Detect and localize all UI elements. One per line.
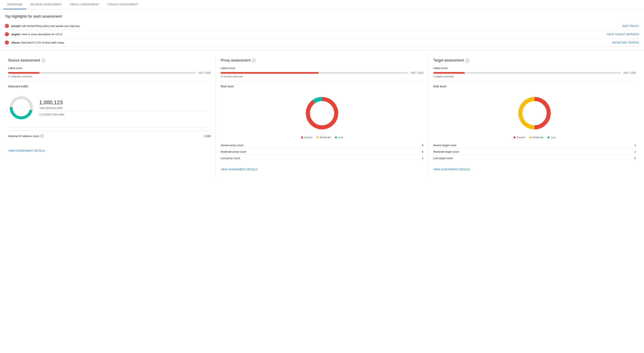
- target-card-title: Target assessment i: [433, 58, 636, 62]
- alert-row-abuse: ! Abuse: Detected 47.11% of total traffi…: [5, 38, 639, 47]
- proxy-legend-moderate: Moderate: [316, 136, 331, 139]
- target-low-dot: [548, 136, 550, 138]
- target-score-bar-container: 200 / 1200: [433, 71, 636, 74]
- proxy-assessment-card: Proxy assessment i Latest score 625 / 12…: [216, 54, 428, 176]
- proxy-stat-moderate: Moderate proxy count 0: [220, 148, 423, 155]
- target-stat-low: Low target count 0: [433, 155, 636, 161]
- target-score-bar-fill: [433, 72, 465, 74]
- alert-row-target: ! target1: Here is some description for …: [5, 30, 639, 38]
- proxy-moderate-dot: [316, 136, 318, 138]
- target-legend: Severe Moderate Low: [514, 136, 556, 139]
- target-stat-moderate: Moderate target count 1: [433, 148, 636, 155]
- target-risk-stats: Severe target count 1 Moderate target co…: [433, 142, 636, 161]
- source-score-subtext: 2 categories assessed: [8, 75, 211, 78]
- source-score-value: 200 / 1200: [198, 71, 211, 74]
- proxy-score-bar-fill: [220, 72, 318, 74]
- target-donut: [514, 93, 555, 134]
- proxy-score-subtext: 10 proxies assessed: [220, 75, 423, 78]
- source-view-details-link[interactable]: VIEW ASSESSMENT DETAILS: [8, 146, 211, 152]
- alert-icon-abuse: !: [5, 40, 9, 44]
- source-ip-label: Detected IP address count i: [8, 134, 44, 138]
- detected-traffic-link[interactable]: DETECTED TRAFFIC: [612, 41, 639, 44]
- proxy-score-bar-container: 625 / 1200: [220, 71, 423, 74]
- highlights-title: Top highlights for each assessment: [5, 14, 639, 18]
- source-traffic-section: 1,000,123 Total detected traffic 2,123,0…: [8, 91, 211, 124]
- source-score-label: Latest score: [8, 66, 211, 70]
- tab-target-assessment[interactable]: TARGET ASSESSMENT: [104, 0, 142, 9]
- source-donut: [8, 94, 34, 121]
- proxy-score-bar: [220, 72, 408, 74]
- target-risk-section: Severe Moderate Low Severe target count …: [433, 91, 636, 164]
- source-ip-count-row: Detected IP address count i 1,000: [8, 131, 211, 140]
- source-ip-value: 1,000: [204, 134, 211, 138]
- tab-overview[interactable]: OVERVIEW: [3, 0, 26, 9]
- edit-proxy-link[interactable]: EDIT PROXY: [622, 24, 639, 28]
- alert-text-proxy: proxy2: Add VerifyAPIKey policy and upda…: [11, 24, 80, 28]
- target-risk-title: Risk level: [433, 84, 636, 88]
- target-legend-moderate: Moderate: [529, 136, 544, 139]
- source-ip-info-icon[interactable]: i: [40, 134, 44, 138]
- proxy-risk-section: Severe Moderate Low Severe proxy count 9: [220, 91, 423, 164]
- target-legend-low: Low: [548, 136, 556, 139]
- source-score-bar: [8, 72, 196, 74]
- target-score-bar: [433, 72, 621, 74]
- source-traffic-count: 1,000,123: [39, 100, 211, 106]
- proxy-risk-stats: Severe proxy count 9 Moderate proxy coun…: [220, 142, 423, 161]
- view-target-servers-link[interactable]: VIEW TARGET SERVERS: [607, 33, 639, 36]
- source-score-bar-fill: [8, 72, 40, 74]
- alert-text-target: target1: Here is some description for mT…: [11, 33, 62, 36]
- tab-source-assessment[interactable]: SOURCE ASSESSMENT: [26, 0, 66, 9]
- proxy-legend-low: Low: [335, 136, 343, 139]
- alert-icon-target: !: [5, 32, 9, 36]
- proxy-view-details-link[interactable]: VIEW ASSESSMENT DETAILS: [220, 164, 423, 171]
- proxy-severe-dot: [301, 136, 303, 138]
- source-traffic-title: Detected traffic: [8, 84, 211, 88]
- source-traffic-info: 1,000,123 Total detected traffic 2,123,0…: [39, 100, 211, 116]
- proxy-stat-low: Low proxy count 1: [220, 155, 423, 161]
- proxy-risk-title: Risk level: [220, 84, 423, 88]
- proxy-legend-severe: Severe: [301, 136, 312, 139]
- source-traffic-desc: Total detected traffic: [39, 106, 211, 110]
- proxy-info-icon[interactable]: i: [252, 59, 256, 62]
- target-moderate-dot: [529, 136, 531, 138]
- source-score-bar-container: 200 / 1200: [8, 71, 211, 74]
- proxy-score-value: 625 / 1200: [411, 71, 423, 74]
- target-assessment-card: Target assessment i Latest score 200 / 1…: [428, 54, 641, 176]
- source-traffic-total: 2,123,000 Total traffic: [39, 111, 211, 116]
- proxy-low-dot: [335, 136, 337, 138]
- target-score-label: Latest score: [433, 66, 636, 70]
- alert-icon-proxy: !: [5, 24, 9, 28]
- proxy-card-title: Proxy assessment i: [220, 58, 423, 62]
- target-severe-dot: [514, 136, 516, 138]
- proxy-score-label: Latest score: [220, 66, 423, 70]
- proxy-donut: [302, 93, 342, 134]
- target-stat-severe: Severe target count 1: [433, 142, 636, 148]
- alert-text-abuse: Abuse: Detected 47.11% of total traffic …: [11, 41, 64, 44]
- proxy-stat-severe: Severe proxy count 9: [220, 142, 423, 148]
- target-score-value: 200 / 1200: [624, 71, 636, 74]
- target-legend-severe: Severe: [514, 136, 525, 139]
- proxy-legend: Severe Moderate Low: [301, 136, 343, 139]
- svg-point-3: [308, 99, 336, 127]
- source-assessment-card: Source assessment i Latest score 200 / 1…: [3, 54, 216, 176]
- source-card-title: Source assessment i: [8, 58, 211, 62]
- source-info-icon[interactable]: i: [42, 59, 45, 62]
- target-info-icon[interactable]: i: [466, 59, 469, 62]
- cards-container: Source assessment i Latest score 200 / 1…: [0, 50, 644, 179]
- tab-proxy-assessment[interactable]: PROXY ASSESSMENT: [66, 0, 104, 9]
- highlights-section: Top highlights for each assessment ! pro…: [0, 10, 644, 48]
- target-score-subtext: 2 targets assessed: [433, 75, 636, 78]
- target-view-details-link[interactable]: VIEW ASSESSMENT DETAILS: [433, 164, 636, 171]
- source-divider2: [8, 127, 211, 128]
- tab-bar: OVERVIEW SOURCE ASSESSMENT PROXY ASSESSM…: [0, 0, 644, 10]
- alert-row-proxy: ! proxy2: Add VerifyAPIKey policy and up…: [5, 22, 639, 30]
